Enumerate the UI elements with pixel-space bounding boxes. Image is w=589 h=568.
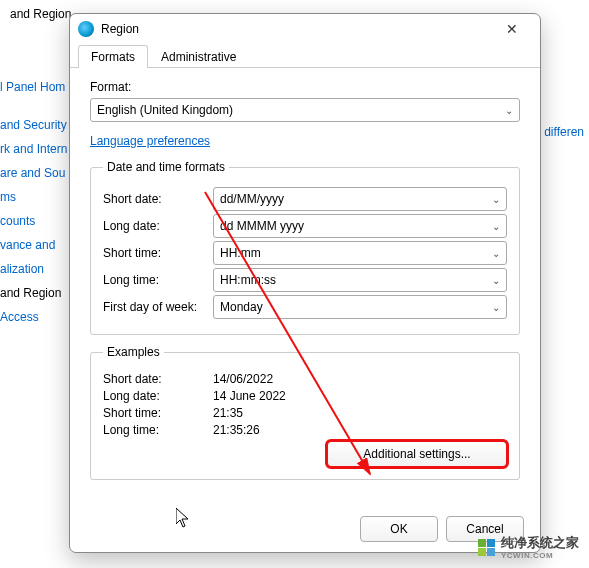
long-date-value: dd MMMM yyyy [220,219,304,233]
sidebar-item[interactable]: and Security [0,113,60,137]
ex-short-time-value: 21:35 [213,406,243,420]
short-date-value: dd/MM/yyyy [220,192,284,206]
watermark-sub: YCWIN.COM [501,552,579,560]
ex-short-date-value: 14/06/2022 [213,372,273,386]
long-date-select[interactable]: dd MMMM yyyy ⌄ [213,214,507,238]
examples-legend: Examples [103,345,164,359]
sidebar-item[interactable]: vance and [0,233,60,257]
language-preferences-link[interactable]: Language preferences [90,134,210,148]
date-time-formats-legend: Date and time formats [103,160,229,174]
chevron-down-icon: ⌄ [492,275,500,286]
ex-long-date-label: Long date: [103,389,213,403]
format-value: English (United Kingdom) [97,103,233,117]
chevron-down-icon: ⌄ [492,194,500,205]
ex-short-date-label: Short date: [103,372,213,386]
ex-long-time-label: Long time: [103,423,213,437]
short-time-value: HH:mm [220,246,261,260]
first-day-select[interactable]: Monday ⌄ [213,295,507,319]
sidebar: l Panel Hom and Security rk and Intern a… [0,75,60,329]
sidebar-item[interactable]: alization [0,257,60,281]
sidebar-home-link[interactable]: l Panel Hom [0,75,60,99]
format-select[interactable]: English (United Kingdom) ⌄ [90,98,520,122]
close-button[interactable]: ✕ [492,15,532,43]
short-time-select[interactable]: HH:mm ⌄ [213,241,507,265]
long-date-label: Long date: [103,219,213,233]
chevron-down-icon: ⌄ [505,105,513,116]
sidebar-item[interactable]: counts [0,209,60,233]
globe-icon [78,21,94,37]
short-date-label: Short date: [103,192,213,206]
chevron-down-icon: ⌄ [492,302,500,313]
watermark-name: 纯净系统之家 [501,534,579,552]
short-date-select[interactable]: dd/MM/yyyy ⌄ [213,187,507,211]
long-time-value: HH:mm:ss [220,273,276,287]
format-label: Format: [90,80,520,94]
first-day-label: First day of week: [103,300,213,314]
long-time-select[interactable]: HH:mm:ss ⌄ [213,268,507,292]
long-time-label: Long time: [103,273,213,287]
date-time-formats-group: Date and time formats Short date: dd/MM/… [90,160,520,335]
region-dialog: Region ✕ Formats Administrative Format: … [69,13,541,553]
short-time-label: Short time: [103,246,213,260]
chevron-down-icon: ⌄ [492,221,500,232]
bg-right-link[interactable]: differen [544,125,584,139]
sidebar-item[interactable]: rk and Intern [0,137,60,161]
chevron-down-icon: ⌄ [492,248,500,259]
first-day-value: Monday [220,300,263,314]
additional-settings-button[interactable]: Additional settings... [327,441,507,467]
sidebar-item[interactable]: are and Sou [0,161,60,185]
sidebar-item-region[interactable]: and Region [0,281,60,305]
sidebar-item[interactable]: ms [0,185,60,209]
ex-long-date-value: 14 June 2022 [213,389,286,403]
ex-long-time-value: 21:35:26 [213,423,260,437]
ok-button[interactable]: OK [360,516,438,542]
sidebar-item-access[interactable]: Access [0,305,60,329]
watermark: 纯净系统之家 YCWIN.COM [478,534,579,560]
watermark-logo-icon [478,539,495,556]
tab-administrative[interactable]: Administrative [148,45,249,68]
titlebar: Region ✕ [70,14,540,44]
tabs: Formats Administrative [70,44,540,68]
dialog-title: Region [101,22,492,36]
examples-group: Examples Short date: 14/06/2022 Long dat… [90,345,520,480]
ex-short-time-label: Short time: [103,406,213,420]
tab-formats[interactable]: Formats [78,45,148,68]
